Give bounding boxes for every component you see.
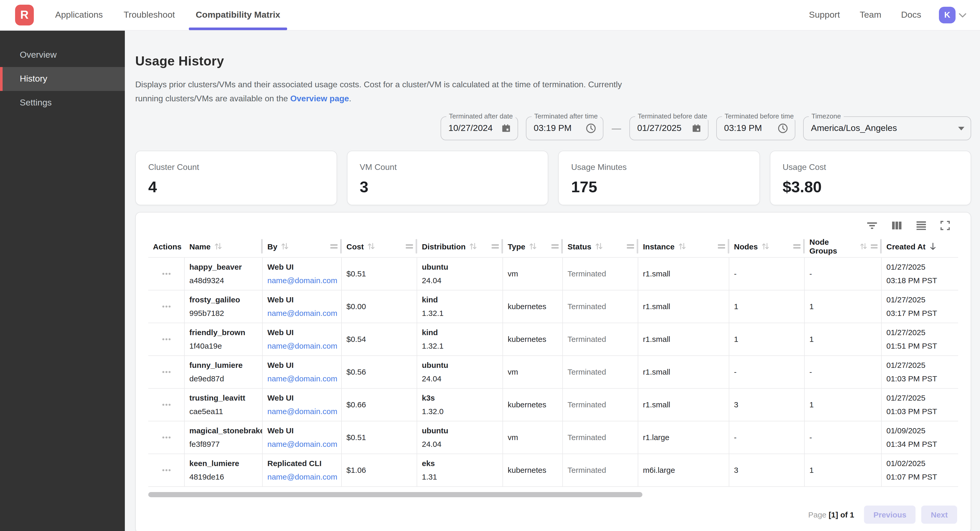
stat-value: 3: [360, 178, 535, 196]
column-menu-icon[interactable]: [718, 244, 725, 249]
column-menu-icon[interactable]: [330, 244, 337, 249]
cluster-id: 1f40a19e: [189, 341, 258, 351]
secondary-nav: Support Team Docs: [803, 0, 928, 30]
previous-page-button[interactable]: Previous: [864, 506, 916, 524]
filter-field[interactable]: Terminated after time 03:19 PM: [526, 116, 603, 140]
created-by-email-link[interactable]: name@domain.com: [267, 308, 337, 319]
row-actions-button[interactable]: [148, 356, 185, 388]
row-actions-button[interactable]: [148, 422, 185, 453]
column-menu-icon[interactable]: [406, 244, 413, 249]
column-menu-icon[interactable]: [492, 244, 499, 249]
row-actions-button[interactable]: [148, 388, 185, 421]
ellipsis-icon: [162, 403, 171, 406]
sidebar-item[interactable]: Overview: [0, 43, 125, 67]
cell-node-groups: -: [805, 356, 882, 388]
created-time: 01:07 PM PST: [886, 472, 954, 482]
created-by-email-link[interactable]: name@domain.com: [267, 439, 337, 449]
created-by-email-link[interactable]: name@domain.com: [267, 275, 337, 286]
stat-card: Usage Minutes 175: [558, 151, 760, 205]
nav-tab[interactable]: Applications: [48, 0, 110, 30]
column-header[interactable]: Status: [563, 235, 638, 257]
cell-by: Web UI name@domain.com: [262, 258, 342, 290]
brand-logo[interactable]: R: [15, 0, 34, 30]
distribution-version: 24.04: [422, 374, 498, 384]
cell-instance: r1.small: [638, 290, 729, 323]
timezone-select[interactable]: Timezone America/Los_Angeles: [803, 116, 971, 140]
column-header[interactable]: Nodes: [729, 235, 805, 257]
cell-cost: $0.51: [342, 422, 417, 453]
nav-link[interactable]: Team: [853, 0, 888, 30]
row-actions-button[interactable]: [148, 454, 185, 486]
filter-label: Terminated before time: [722, 112, 796, 120]
overview-page-link[interactable]: Overview page: [290, 94, 349, 103]
table-toolbar: [136, 212, 970, 235]
nav-tab[interactable]: Troubleshoot: [117, 0, 181, 30]
data-grid: Actions Name: [136, 235, 970, 487]
column-header[interactable]: Distribution: [417, 235, 503, 257]
row-actions-button[interactable]: [148, 258, 185, 290]
ellipsis-icon: [162, 371, 171, 374]
cell-instance: m6i.large: [638, 454, 729, 486]
row-actions-button[interactable]: [148, 290, 185, 323]
nav-link[interactable]: Docs: [895, 0, 928, 30]
stat-card: Usage Cost $3.80: [770, 151, 971, 205]
created-by-email-link[interactable]: name@domain.com: [267, 374, 337, 384]
calendar-icon[interactable]: [691, 123, 702, 133]
density-icon[interactable]: [916, 221, 926, 230]
row-actions-button[interactable]: [148, 323, 185, 355]
column-header[interactable]: Actions: [148, 235, 185, 257]
cluster-name: trusting_leavitt: [189, 393, 258, 403]
account-menu[interactable]: K: [939, 7, 966, 24]
column-menu-icon[interactable]: [793, 244, 800, 249]
column-header[interactable]: Name: [185, 235, 262, 257]
column-header[interactable]: By: [262, 235, 342, 257]
scrollbar-thumb[interactable]: [148, 492, 643, 497]
sidebar-item[interactable]: Settings: [0, 91, 125, 115]
column-menu-icon[interactable]: [627, 244, 634, 249]
horizontal-scrollbar[interactable]: [148, 492, 958, 497]
cell-node-groups: -: [805, 422, 882, 453]
filter-field[interactable]: Terminated before date 01/27/2025: [629, 116, 708, 140]
column-menu-icon[interactable]: [871, 244, 878, 249]
column-header[interactable]: Type: [503, 235, 563, 257]
fullscreen-icon[interactable]: [940, 221, 950, 230]
ellipsis-icon: [162, 272, 171, 275]
cell-node-groups: 1: [805, 388, 882, 421]
cell-created-at: 01/27/2025 03:18 PM PST: [882, 258, 958, 290]
column-header[interactable]: Node Groups: [805, 235, 882, 257]
filter-label: Terminated after time: [531, 112, 600, 120]
cell-type: kubernetes: [503, 290, 563, 323]
columns-icon[interactable]: [892, 221, 902, 230]
timezone-label: Timezone: [809, 112, 843, 120]
filter-label: Terminated before date: [635, 112, 710, 120]
clock-icon[interactable]: [585, 123, 597, 134]
clock-icon[interactable]: [777, 123, 789, 134]
created-by-email-link[interactable]: name@domain.com: [267, 472, 337, 482]
ellipsis-icon: [162, 469, 171, 472]
filter-field[interactable]: Terminated before time 03:19 PM: [716, 116, 795, 140]
cell-cost: $0.56: [342, 356, 417, 388]
next-page-button[interactable]: Next: [921, 506, 957, 524]
stat-label: Usage Minutes: [571, 163, 747, 172]
column-header-label: Created At: [886, 242, 926, 251]
created-by-email-link[interactable]: name@domain.com: [267, 406, 337, 417]
column-header[interactable]: Created At: [882, 235, 958, 257]
cell-nodes: -: [729, 422, 805, 453]
column-header[interactable]: Cost: [342, 235, 417, 257]
sort-updown-icon: [595, 242, 603, 250]
column-header[interactable]: Instance: [638, 235, 729, 257]
filter-field[interactable]: Terminated after date 10/27/2024: [441, 116, 518, 140]
cluster-name: funny_lumiere: [189, 360, 258, 371]
terminated-after-group: Terminated after date 10/27/2024 Termina…: [441, 116, 603, 140]
created-by-source: Web UI: [267, 393, 337, 403]
created-by-source: Web UI: [267, 327, 337, 338]
created-by-email-link[interactable]: name@domain.com: [267, 341, 337, 351]
column-menu-icon[interactable]: [551, 244, 558, 249]
sidebar-item[interactable]: History: [0, 67, 125, 91]
nav-tab[interactable]: Compatibility Matrix: [189, 0, 287, 30]
cell-cost: $1.06: [342, 454, 417, 486]
nav-link[interactable]: Support: [803, 0, 846, 30]
calendar-icon[interactable]: [501, 123, 511, 133]
filter-icon[interactable]: [867, 221, 878, 230]
cell-distribution: kind 1.32.1: [417, 323, 503, 355]
